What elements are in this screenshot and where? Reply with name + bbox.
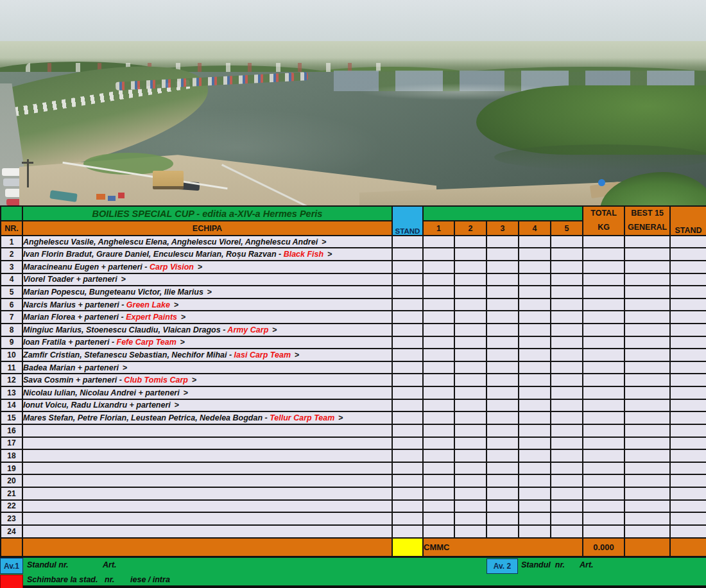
round-5-cell[interactable]: [551, 261, 583, 273]
stand-cell[interactable]: [392, 236, 423, 248]
team-cell[interactable]: Zamfir Cristian, Stefanescu Sebastian, N…: [22, 349, 392, 361]
round-1-cell[interactable]: [423, 311, 454, 324]
row-number-cell[interactable]: 10: [1, 349, 22, 361]
stand2-cell[interactable]: [670, 286, 706, 298]
round-5-cell[interactable]: [551, 374, 583, 386]
general-cell[interactable]: [624, 236, 670, 248]
round-4-cell[interactable]: [519, 411, 551, 424]
stand-cell[interactable]: [392, 361, 423, 374]
round-2-cell[interactable]: [454, 248, 486, 261]
team-cell[interactable]: Sava Cosmin + parteneri - Club Tomis Car…: [22, 374, 392, 386]
round-1-cell[interactable]: [423, 324, 454, 336]
stand-cell[interactable]: [392, 349, 423, 361]
round-4-cell[interactable]: [519, 525, 551, 538]
round-4-cell[interactable]: [519, 386, 551, 399]
row-number-cell[interactable]: 16: [1, 424, 22, 437]
round-2-cell[interactable]: [454, 424, 486, 437]
round-3-cell[interactable]: [486, 462, 519, 475]
round-4-cell[interactable]: [519, 437, 551, 450]
round-4-cell[interactable]: [519, 273, 551, 286]
round-4-cell[interactable]: [519, 374, 551, 386]
general-cell[interactable]: [624, 361, 670, 374]
stand-cell[interactable]: [392, 374, 423, 386]
round-4-cell[interactable]: [519, 286, 551, 298]
round-5-cell[interactable]: [551, 336, 583, 349]
round-4-cell[interactable]: [519, 336, 551, 349]
row-number-cell[interactable]: 23: [1, 512, 22, 525]
round-1-cell[interactable]: [423, 487, 454, 500]
round-5-cell[interactable]: [551, 411, 583, 424]
team-cell[interactable]: Anghelescu Vasile, Anghelescu Elena, Ang…: [22, 236, 392, 248]
row-number-cell[interactable]: 24: [1, 525, 22, 538]
round-1-cell[interactable]: [423, 298, 454, 311]
total-kg-cell[interactable]: [583, 424, 624, 437]
row-number-cell[interactable]: 3: [1, 261, 22, 273]
stand-cell[interactable]: [392, 386, 423, 399]
round-3-cell[interactable]: [486, 525, 519, 538]
round-4-cell[interactable]: [519, 512, 551, 525]
round-2-cell[interactable]: [454, 324, 486, 336]
total-kg-cell[interactable]: [583, 261, 624, 273]
stand2-cell[interactable]: [670, 248, 706, 261]
stand-cell[interactable]: [392, 311, 423, 324]
cmmc-stand-cell[interactable]: [392, 538, 423, 557]
round-2-cell[interactable]: [454, 311, 486, 324]
team-cell[interactable]: Mares Stefan, Petre Florian, Leustean Pe…: [22, 411, 392, 424]
stand2-cell[interactable]: [670, 437, 706, 450]
stand-cell[interactable]: [392, 462, 423, 475]
general-cell[interactable]: [624, 449, 670, 462]
team-cell[interactable]: Ionut Voicu, Radu Lixandru + parteneri>: [22, 399, 392, 412]
row-number-cell[interactable]: 19: [1, 462, 22, 475]
stand-right-header[interactable]: STAND: [670, 206, 706, 236]
round-3-cell[interactable]: [486, 311, 519, 324]
general-cell[interactable]: [624, 424, 670, 437]
general-cell[interactable]: [624, 500, 670, 513]
round-3-cell[interactable]: [486, 487, 519, 500]
total-kg-cell[interactable]: [583, 525, 624, 538]
team-cell[interactable]: [22, 525, 392, 538]
round-2-cell[interactable]: [454, 298, 486, 311]
nr-header[interactable]: NR.: [1, 221, 22, 235]
round-5-cell[interactable]: [551, 273, 583, 286]
round-1-cell[interactable]: [423, 286, 454, 298]
team-cell[interactable]: [22, 449, 392, 462]
stand2-cell[interactable]: [670, 411, 706, 424]
round-3-cell[interactable]: [486, 361, 519, 374]
row-number-cell[interactable]: 17: [1, 437, 22, 450]
row-number-cell[interactable]: 22: [1, 500, 22, 513]
stand2-cell[interactable]: [670, 399, 706, 412]
team-cell[interactable]: Marian Popescu, Bungeteanu Victor, Ilie …: [22, 286, 392, 298]
stand-cell[interactable]: [392, 336, 423, 349]
round-5-cell[interactable]: [551, 437, 583, 450]
round-3-cell[interactable]: [486, 437, 519, 450]
round-1-cell[interactable]: [423, 399, 454, 412]
row-number-cell[interactable]: 6: [1, 298, 22, 311]
round-5-cell[interactable]: [551, 399, 583, 412]
round-5-cell[interactable]: [551, 474, 583, 487]
round-3-cell[interactable]: [486, 248, 519, 261]
round-5-cell[interactable]: [551, 487, 583, 500]
stand2-cell[interactable]: [670, 424, 706, 437]
av2-cell[interactable]: Av. 2: [486, 558, 518, 574]
general-cell[interactable]: [624, 474, 670, 487]
round-3-cell[interactable]: [486, 336, 519, 349]
stand-cell[interactable]: [392, 500, 423, 513]
round-3-cell[interactable]: [486, 236, 519, 248]
stand2-cell[interactable]: [670, 386, 706, 399]
round-4-cell[interactable]: [519, 248, 551, 261]
cmmc-cell[interactable]: CMMC: [423, 538, 583, 557]
general-cell[interactable]: [624, 311, 670, 324]
stand2-cell[interactable]: [670, 273, 706, 286]
row-number-cell[interactable]: 15: [1, 411, 22, 424]
stand2-cell[interactable]: [670, 298, 706, 311]
total-kg-cell[interactable]: [583, 336, 624, 349]
team-cell[interactable]: [22, 437, 392, 450]
stand-cell[interactable]: [392, 487, 423, 500]
round-1-cell[interactable]: [423, 424, 454, 437]
stand-cell[interactable]: [392, 273, 423, 286]
stand2-cell[interactable]: [670, 374, 706, 386]
round-3-header[interactable]: 3: [486, 221, 519, 235]
total-kg-cell[interactable]: [583, 399, 624, 412]
round-1-cell[interactable]: [423, 374, 454, 386]
round-4-cell[interactable]: [519, 424, 551, 437]
